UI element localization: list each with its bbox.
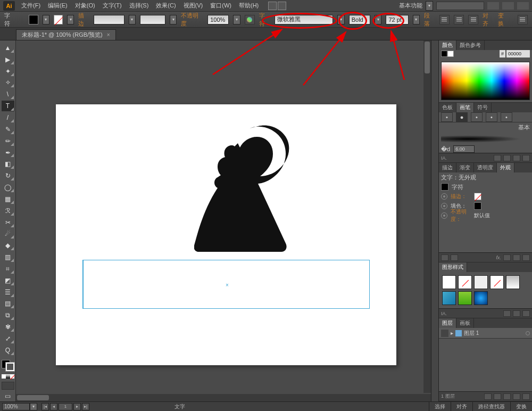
draw-mode-buttons[interactable] — [2, 382, 14, 390]
type-tool[interactable]: T — [2, 101, 14, 111]
font-size-field[interactable]: 72 pt — [386, 15, 408, 24]
search-help-input[interactable] — [436, 2, 484, 10]
line-tool[interactable]: / — [2, 112, 14, 123]
arrange-docs-icon[interactable] — [268, 2, 277, 10]
gs-thumb-2[interactable] — [458, 275, 472, 289]
brush-delete[interactable] — [522, 155, 530, 161]
brush-definition-field[interactable] — [140, 15, 165, 24]
artboard[interactable] — [56, 104, 396, 365]
align-link[interactable]: 对齐 — [483, 12, 494, 28]
brush-3[interactable]: • — [471, 112, 483, 122]
appearance-dup[interactable] — [513, 254, 520, 261]
screen-mode-icon[interactable] — [278, 2, 286, 10]
color-spectrum[interactable] — [441, 62, 530, 100]
tab-stroke[interactable]: 描边 — [439, 163, 456, 172]
tab-layers[interactable]: 图层 — [439, 318, 456, 328]
gs-thumb-6[interactable] — [442, 291, 456, 305]
menu-view[interactable]: 视图(V) — [180, 1, 206, 11]
paintbrush-tool[interactable]: ✎ — [2, 124, 14, 135]
gs-lib-icon[interactable]: IA. — [441, 311, 447, 316]
brush-stroke-preview[interactable] — [441, 135, 530, 143]
panel-dock-strip[interactable] — [431, 40, 438, 401]
zoom-dropdown[interactable] — [30, 403, 37, 410]
brush-lib-icon[interactable]: IA. — [441, 155, 447, 161]
font-family-dropdown[interactable] — [337, 15, 344, 24]
menu-window[interactable]: 窗口(W) — [207, 1, 235, 11]
workspace-switcher[interactable]: 基本功能 — [399, 2, 422, 10]
fill-stroke-control[interactable] — [2, 360, 14, 372]
appearance-op-lbl[interactable]: 不透明度： — [451, 208, 471, 223]
fill-dropdown[interactable] — [43, 15, 49, 24]
tab-gradient[interactable]: 渐变 — [456, 163, 474, 172]
color-mode-buttons[interactable] — [2, 374, 14, 379]
menu-type[interactable]: 文字(T) — [99, 1, 125, 11]
appearance-del[interactable] — [522, 254, 530, 261]
workspace-dropdown[interactable] — [426, 1, 433, 11]
free-transform-tool[interactable]: ℛ — [2, 206, 14, 216]
hand-tool[interactable]: ⤢ — [2, 333, 14, 344]
pencil-tool[interactable]: ✏ — [2, 136, 14, 146]
appearance-stroke-swatch[interactable] — [474, 193, 481, 200]
status-select[interactable]: 选择 — [429, 402, 451, 412]
align-left-button[interactable] — [439, 15, 450, 24]
stroke-label[interactable]: 描边 — [78, 12, 89, 28]
character-link[interactable]: 字符 — [259, 12, 270, 28]
controlbar-menu-icon[interactable] — [518, 15, 528, 24]
tab-symbols[interactable]: 符号 — [474, 103, 492, 112]
artboard-prev[interactable]: ◂ — [50, 403, 57, 410]
pen-tool[interactable]: \ — [2, 89, 14, 100]
brush-def-dropdown[interactable] — [170, 15, 177, 24]
window-minimize[interactable] — [487, 2, 499, 10]
appearance-stroke-lbl[interactable]: 描边： — [451, 193, 471, 200]
brush-1[interactable]: • — [441, 112, 453, 122]
layer-target-icon[interactable] — [526, 331, 530, 335]
stroke-dropdown[interactable] — [67, 15, 74, 24]
close-tab-icon[interactable]: × — [107, 32, 110, 38]
brush-size-field[interactable]: 6.00 — [453, 145, 475, 153]
gs-thumb-5[interactable] — [506, 275, 520, 289]
font-size-dropdown[interactable] — [413, 15, 420, 24]
menu-edit[interactable]: 编辑(E) — [45, 1, 71, 11]
menu-object[interactable]: 对象(O) — [72, 1, 98, 11]
menu-help[interactable]: 帮助(H) — [236, 1, 262, 11]
recolor-button[interactable] — [245, 15, 255, 24]
transform-link[interactable]: 变换 — [498, 12, 509, 28]
layers-del[interactable] — [522, 393, 530, 400]
layers-clip[interactable] — [494, 393, 501, 400]
slice-tool[interactable]: ✾ — [2, 322, 14, 332]
selection-tool[interactable]: ▲ — [2, 43, 14, 53]
appearance-new-fill[interactable] — [441, 254, 448, 261]
tab-brushes[interactable]: 画笔 — [456, 103, 474, 112]
artboard-next[interactable]: ▸ — [73, 403, 81, 410]
opacity-label[interactable]: 不透明度 — [181, 12, 203, 28]
appearance-clear[interactable] — [503, 254, 511, 261]
appearance-char-swatch[interactable] — [441, 183, 448, 191]
paragraph-link[interactable]: 段落 — [424, 12, 435, 28]
color-stroke-swatch[interactable] — [447, 51, 454, 57]
eraser-tool[interactable]: ◧ — [2, 159, 14, 169]
eye-icon[interactable] — [441, 212, 447, 219]
stroke-swatch[interactable] — [54, 15, 63, 24]
brush-opt2[interactable] — [503, 155, 511, 161]
width-tool[interactable]: ▦ — [2, 194, 14, 204]
tab-color-guide[interactable]: 颜色参考 — [456, 40, 485, 50]
hex-field[interactable]: 00000 — [506, 50, 530, 57]
column-graph-tool[interactable]: ▤ — [2, 299, 14, 309]
artboard-tool[interactable]: ⧉ — [2, 310, 14, 320]
menu-select[interactable]: 选择(S) — [126, 1, 152, 11]
gs-del[interactable] — [522, 310, 530, 317]
font-family-field[interactable]: 微软雅黑 — [275, 15, 334, 24]
brush-5[interactable]: • — [501, 112, 512, 122]
canvas-vertical-scrollbar[interactable] — [423, 40, 431, 393]
status-align[interactable]: 对齐 — [451, 402, 472, 412]
direct-selection-tool[interactable]: ▶ — [2, 54, 14, 65]
font-style-field[interactable]: Bold — [349, 15, 370, 24]
tab-artboards[interactable]: 画板 — [456, 318, 474, 328]
shape-builder-tool[interactable]: ✂ — [2, 217, 14, 228]
canvas-horizontal-scrollbar[interactable] — [16, 394, 431, 401]
tab-swatches[interactable]: 色板 — [439, 103, 456, 112]
gs-thumb-4[interactable] — [490, 275, 504, 289]
menu-effect[interactable]: 效果(C) — [153, 1, 179, 11]
artboard-index[interactable]: 1 — [59, 403, 72, 410]
align-center-button[interactable] — [454, 15, 464, 24]
